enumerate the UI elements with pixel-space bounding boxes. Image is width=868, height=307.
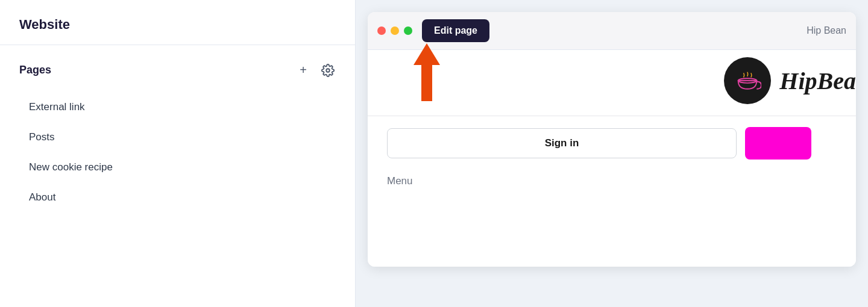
browser-dot-red[interactable]	[377, 26, 386, 35]
add-page-button[interactable]: +	[298, 62, 308, 78]
section-header: Pages +	[19, 62, 336, 78]
browser-content: HipBea Sign in Menu	[368, 50, 856, 267]
nav-row: Sign in	[368, 116, 856, 170]
arrow-head	[414, 43, 440, 65]
sidebar-header: Website	[0, 0, 355, 45]
menu-row: Menu	[368, 170, 856, 192]
page-item-external-link[interactable]: External link	[19, 93, 336, 122]
page-item-posts[interactable]: Posts	[19, 123, 336, 152]
preview-area: Edit page Hip Bean	[356, 0, 868, 307]
brand-name-text: HipBea	[779, 67, 856, 95]
coffee-cup-icon	[734, 67, 761, 95]
menu-label: Menu	[387, 175, 413, 187]
edit-page-button[interactable]: Edit page	[422, 19, 489, 42]
sign-in-button[interactable]: Sign in	[387, 128, 737, 158]
svg-point-0	[326, 69, 330, 72]
browser-dots	[377, 26, 412, 35]
page-item-about[interactable]: About	[19, 183, 336, 212]
browser-dot-yellow[interactable]	[391, 26, 399, 35]
pages-list: External link Posts New cookie recipe Ab…	[19, 93, 336, 212]
site-header: HipBea	[368, 50, 856, 116]
browser-brand-label: Hip Bean	[807, 25, 846, 36]
pages-settings-button[interactable]	[320, 63, 336, 78]
browser-window: Edit page Hip Bean	[368, 12, 856, 267]
cta-button[interactable]	[745, 127, 811, 160]
pages-section-title: Pages	[19, 64, 51, 76]
arrow-shaft	[421, 65, 432, 101]
pages-section: Pages + External link Posts New cookie r…	[0, 45, 355, 307]
gear-icon	[321, 64, 335, 77]
site-brand: HipBea	[724, 57, 856, 104]
page-item-new-cookie-recipe[interactable]: New cookie recipe	[19, 153, 336, 182]
annotation-arrow	[414, 43, 440, 101]
section-actions: +	[298, 62, 336, 78]
website-title: Website	[19, 17, 70, 32]
browser-dot-green[interactable]	[404, 26, 412, 35]
browser-toolbar: Edit page Hip Bean	[368, 12, 856, 50]
sidebar: Website Pages + External link Posts	[0, 0, 356, 307]
brand-logo	[724, 57, 771, 104]
